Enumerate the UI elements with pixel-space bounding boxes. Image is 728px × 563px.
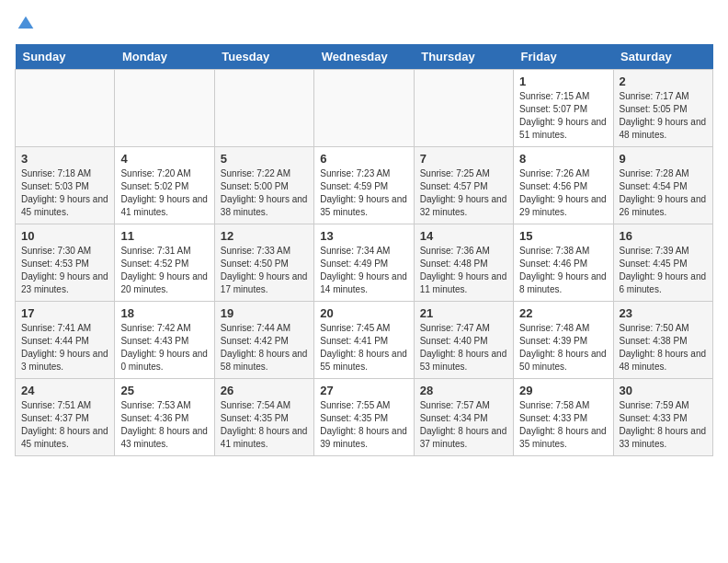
calendar-empty-cell: [214, 70, 313, 147]
day-info: Sunrise: 7:30 AMSunset: 4:53 PMDaylight:…: [21, 245, 108, 296]
header-wednesday: Wednesday: [314, 44, 414, 70]
day-info: Sunrise: 7:26 AMSunset: 4:56 PMDaylight:…: [519, 167, 607, 219]
calendar-day-cell: 18Sunrise: 7:42 AMSunset: 4:43 PMDayligh…: [115, 302, 214, 379]
calendar-day-cell: 27Sunrise: 7:55 AMSunset: 4:35 PMDayligh…: [314, 379, 414, 456]
day-info: Sunrise: 7:28 AMSunset: 4:54 PMDaylight:…: [620, 167, 707, 219]
calendar-day-cell: 10Sunrise: 7:30 AMSunset: 4:53 PMDayligh…: [16, 224, 115, 302]
day-number: 17: [21, 306, 108, 320]
header-monday: Monday: [115, 44, 214, 70]
day-number: 13: [320, 229, 407, 243]
calendar-day-cell: 7Sunrise: 7:25 AMSunset: 4:57 PMDaylight…: [414, 147, 513, 224]
day-info: Sunrise: 7:55 AMSunset: 4:35 PMDaylight:…: [320, 399, 407, 451]
day-info: Sunrise: 7:48 AMSunset: 4:39 PMDaylight:…: [519, 322, 607, 373]
calendar-day-cell: 5Sunrise: 7:22 AMSunset: 5:00 PMDaylight…: [214, 147, 313, 224]
page-header: [15, 15, 713, 33]
day-number: 22: [519, 306, 607, 320]
day-number: 3: [21, 152, 108, 166]
day-info: Sunrise: 7:25 AMSunset: 4:57 PMDaylight:…: [420, 167, 507, 219]
calendar-day-cell: 2Sunrise: 7:17 AMSunset: 5:05 PMDaylight…: [613, 70, 712, 147]
day-info: Sunrise: 7:51 AMSunset: 4:37 PMDaylight:…: [21, 399, 108, 451]
day-info: Sunrise: 7:59 AMSunset: 4:33 PMDaylight:…: [620, 399, 707, 451]
day-number: 25: [120, 384, 208, 397]
calendar-day-cell: 16Sunrise: 7:39 AMSunset: 4:45 PMDayligh…: [613, 224, 712, 302]
day-info: Sunrise: 7:53 AMSunset: 4:36 PMDaylight:…: [120, 399, 208, 451]
day-number: 26: [221, 384, 308, 397]
calendar-day-cell: 12Sunrise: 7:33 AMSunset: 4:50 PMDayligh…: [214, 224, 313, 302]
day-number: 30: [620, 384, 707, 397]
calendar-empty-cell: [16, 70, 115, 147]
calendar-day-cell: 21Sunrise: 7:47 AMSunset: 4:40 PMDayligh…: [414, 302, 513, 379]
day-number: 5: [221, 152, 308, 166]
day-number: 20: [320, 306, 407, 320]
day-info: Sunrise: 7:44 AMSunset: 4:42 PMDaylight:…: [221, 322, 308, 373]
calendar-day-cell: 17Sunrise: 7:41 AMSunset: 4:44 PMDayligh…: [16, 302, 115, 379]
calendar-day-cell: 11Sunrise: 7:31 AMSunset: 4:52 PMDayligh…: [115, 224, 214, 302]
calendar-day-cell: 29Sunrise: 7:58 AMSunset: 4:33 PMDayligh…: [514, 379, 613, 456]
day-info: Sunrise: 7:50 AMSunset: 4:38 PMDaylight:…: [620, 322, 707, 373]
day-number: 24: [21, 384, 108, 397]
svg-marker-0: [18, 17, 34, 29]
calendar-day-cell: 8Sunrise: 7:26 AMSunset: 4:56 PMDaylight…: [514, 147, 613, 224]
calendar-day-cell: 24Sunrise: 7:51 AMSunset: 4:37 PMDayligh…: [16, 379, 115, 456]
day-number: 1: [519, 75, 607, 88]
header-tuesday: Tuesday: [214, 44, 313, 70]
day-number: 9: [620, 152, 707, 166]
day-info: Sunrise: 7:36 AMSunset: 4:48 PMDaylight:…: [420, 245, 507, 296]
day-info: Sunrise: 7:20 AMSunset: 5:02 PMDaylight:…: [120, 167, 208, 219]
day-number: 28: [420, 384, 507, 397]
day-number: 27: [320, 384, 407, 397]
day-info: Sunrise: 7:22 AMSunset: 5:00 PMDaylight:…: [221, 167, 308, 219]
day-info: Sunrise: 7:45 AMSunset: 4:41 PMDaylight:…: [320, 322, 407, 373]
day-info: Sunrise: 7:17 AMSunset: 5:05 PMDaylight:…: [620, 90, 707, 142]
calendar-day-cell: 3Sunrise: 7:18 AMSunset: 5:03 PMDaylight…: [16, 147, 115, 224]
day-info: Sunrise: 7:47 AMSunset: 4:40 PMDaylight:…: [420, 322, 507, 373]
day-number: 10: [21, 229, 108, 243]
calendar-day-cell: 23Sunrise: 7:50 AMSunset: 4:38 PMDayligh…: [613, 302, 712, 379]
calendar-week-row: 3Sunrise: 7:18 AMSunset: 5:03 PMDaylight…: [16, 147, 713, 224]
calendar-day-cell: 20Sunrise: 7:45 AMSunset: 4:41 PMDayligh…: [314, 302, 414, 379]
calendar-empty-cell: [115, 70, 214, 147]
calendar-day-cell: 26Sunrise: 7:54 AMSunset: 4:35 PMDayligh…: [214, 379, 313, 456]
calendar-day-cell: 14Sunrise: 7:36 AMSunset: 4:48 PMDayligh…: [414, 224, 513, 302]
day-number: 21: [420, 306, 507, 320]
calendar-week-row: 24Sunrise: 7:51 AMSunset: 4:37 PMDayligh…: [16, 379, 713, 456]
calendar-day-cell: 28Sunrise: 7:57 AMSunset: 4:34 PMDayligh…: [414, 379, 513, 456]
day-info: Sunrise: 7:23 AMSunset: 4:59 PMDaylight:…: [320, 167, 407, 219]
calendar-table: SundayMondayTuesdayWednesdayThursdayFrid…: [15, 44, 713, 456]
day-info: Sunrise: 7:38 AMSunset: 4:46 PMDaylight:…: [519, 245, 607, 296]
day-number: 6: [320, 152, 407, 166]
day-number: 8: [519, 152, 607, 166]
header-thursday: Thursday: [414, 44, 513, 70]
day-number: 15: [519, 229, 607, 243]
calendar-week-row: 1Sunrise: 7:15 AMSunset: 5:07 PMDaylight…: [16, 70, 713, 147]
calendar-empty-cell: [314, 70, 414, 147]
calendar-day-cell: 1Sunrise: 7:15 AMSunset: 5:07 PMDaylight…: [514, 70, 613, 147]
day-number: 2: [620, 75, 707, 88]
logo: [15, 15, 35, 33]
header-saturday: Saturday: [613, 44, 712, 70]
calendar-header-row: SundayMondayTuesdayWednesdayThursdayFrid…: [16, 44, 713, 70]
day-info: Sunrise: 7:39 AMSunset: 4:45 PMDaylight:…: [620, 245, 707, 296]
day-info: Sunrise: 7:42 AMSunset: 4:43 PMDaylight:…: [120, 322, 208, 373]
day-info: Sunrise: 7:58 AMSunset: 4:33 PMDaylight:…: [519, 399, 607, 451]
day-number: 16: [620, 229, 707, 243]
day-number: 19: [221, 306, 308, 320]
day-info: Sunrise: 7:54 AMSunset: 4:35 PMDaylight:…: [221, 399, 308, 451]
calendar-empty-cell: [414, 70, 513, 147]
day-info: Sunrise: 7:33 AMSunset: 4:50 PMDaylight:…: [221, 245, 308, 296]
calendar-day-cell: 30Sunrise: 7:59 AMSunset: 4:33 PMDayligh…: [613, 379, 712, 456]
calendar-week-row: 17Sunrise: 7:41 AMSunset: 4:44 PMDayligh…: [16, 302, 713, 379]
day-info: Sunrise: 7:34 AMSunset: 4:49 PMDaylight:…: [320, 245, 407, 296]
day-number: 12: [221, 229, 308, 243]
calendar-day-cell: 6Sunrise: 7:23 AMSunset: 4:59 PMDaylight…: [314, 147, 414, 224]
calendar-day-cell: 15Sunrise: 7:38 AMSunset: 4:46 PMDayligh…: [514, 224, 613, 302]
calendar-week-row: 10Sunrise: 7:30 AMSunset: 4:53 PMDayligh…: [16, 224, 713, 302]
day-number: 7: [420, 152, 507, 166]
day-info: Sunrise: 7:31 AMSunset: 4:52 PMDaylight:…: [120, 245, 208, 296]
calendar-day-cell: 9Sunrise: 7:28 AMSunset: 4:54 PMDaylight…: [613, 147, 712, 224]
day-info: Sunrise: 7:41 AMSunset: 4:44 PMDaylight:…: [21, 322, 108, 373]
calendar-day-cell: 4Sunrise: 7:20 AMSunset: 5:02 PMDaylight…: [115, 147, 214, 224]
day-info: Sunrise: 7:18 AMSunset: 5:03 PMDaylight:…: [21, 167, 108, 219]
header-friday: Friday: [514, 44, 613, 70]
day-number: 29: [519, 384, 607, 397]
